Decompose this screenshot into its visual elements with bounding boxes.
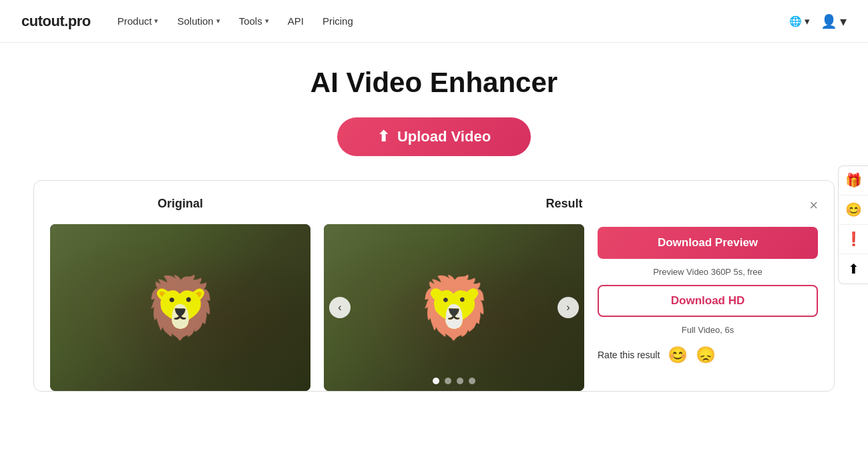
logo[interactable]: cutout.pro xyxy=(21,13,91,30)
next-arrow-button[interactable]: › xyxy=(558,297,579,318)
user-icon: 👤 xyxy=(821,13,837,29)
language-button[interactable]: 🌐 ▾ xyxy=(789,15,810,27)
tools-chevron-icon: ▾ xyxy=(265,17,269,25)
close-button[interactable]: × xyxy=(809,197,818,214)
original-video: 🦁 xyxy=(50,224,310,391)
nav-item-product[interactable]: Product ▾ xyxy=(118,15,159,27)
nav-item-pricing[interactable]: Pricing xyxy=(322,15,353,27)
user-chevron-icon: ▾ xyxy=(840,13,847,29)
main-content: AI Video Enhancer ⬆ Upload Video Origina… xyxy=(0,43,868,392)
dots-indicator xyxy=(433,378,475,384)
face-icon[interactable]: 😊 xyxy=(839,195,868,225)
download-preview-button[interactable]: Download Preview xyxy=(598,227,818,259)
sad-emoji-button[interactable]: 😞 xyxy=(696,346,716,364)
dot-1[interactable] xyxy=(433,378,439,384)
happy-emoji-button[interactable]: 😊 xyxy=(668,346,688,364)
original-video-panel: 🦁 xyxy=(50,224,310,391)
language-icon: 🌐 xyxy=(789,15,802,27)
upload-side-icon[interactable]: ⬆ xyxy=(839,254,868,284)
card-body: 🦁 🦁 ‹ › Download Preview xyxy=(50,224,818,391)
prev-arrow-button[interactable]: ‹ xyxy=(329,297,351,318)
download-hd-button[interactable]: Download HD xyxy=(598,285,818,317)
navbar: cutout.pro Product ▾ Solution ▾ Tools ▾ … xyxy=(0,0,868,43)
user-button[interactable]: 👤 ▾ xyxy=(821,13,847,29)
right-panel: Download Preview Preview Video 360P 5s, … xyxy=(598,224,818,364)
navbar-left: cutout.pro Product ▾ Solution ▾ Tools ▾ … xyxy=(21,13,353,30)
original-label: Original xyxy=(50,197,310,211)
product-chevron-icon: ▾ xyxy=(154,17,158,25)
hd-description: Full Video, 6s xyxy=(598,325,818,335)
preview-description: Preview Video 360P 5s, free xyxy=(598,267,818,277)
side-icons-panel: 🎁 😊 ❗ ⬆ xyxy=(838,165,868,284)
fish-original: 🦁 xyxy=(143,273,218,343)
upload-icon: ⬆ xyxy=(377,128,389,145)
page-title: AI Video Enhancer xyxy=(310,67,558,99)
card-header: Original Result × xyxy=(50,197,818,211)
nav-item-tools[interactable]: Tools ▾ xyxy=(239,15,269,27)
nav-item-solution[interactable]: Solution ▾ xyxy=(177,15,220,27)
navbar-right: 🌐 ▾ 👤 ▾ xyxy=(789,13,847,29)
result-video-panel: 🦁 ‹ › xyxy=(324,224,584,391)
nav-links: Product ▾ Solution ▾ Tools ▾ API Pricing xyxy=(118,15,353,27)
fish-result: 🦁 xyxy=(417,273,491,343)
comparison-card: Original Result × 🦁 🦁 ‹ › xyxy=(33,180,835,392)
alert-icon[interactable]: ❗ xyxy=(839,225,868,254)
upload-video-button[interactable]: ⬆ Upload Video xyxy=(337,117,531,156)
nav-item-api[interactable]: API xyxy=(288,15,304,27)
upload-button-label: Upload Video xyxy=(397,128,491,145)
result-video: 🦁 xyxy=(324,224,584,391)
dot-3[interactable] xyxy=(457,378,463,384)
result-label: Result xyxy=(310,197,818,211)
solution-chevron-icon: ▾ xyxy=(216,17,220,25)
rate-label: Rate this result xyxy=(598,350,660,360)
dot-2[interactable] xyxy=(445,378,451,384)
gift-icon[interactable]: 🎁 xyxy=(839,166,868,195)
col-labels: Original Result xyxy=(50,197,818,211)
rate-row: Rate this result 😊 😞 xyxy=(598,346,818,364)
language-chevron-icon: ▾ xyxy=(805,15,810,27)
dot-4[interactable] xyxy=(469,378,475,384)
